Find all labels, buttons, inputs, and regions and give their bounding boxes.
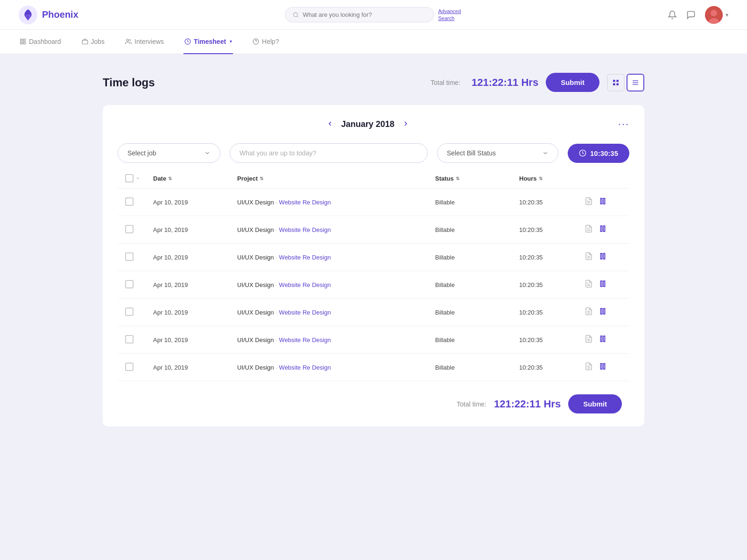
svg-rect-9 bbox=[82, 40, 88, 44]
project-name: UI/UX Design bbox=[237, 281, 274, 288]
phoenix-logo-icon bbox=[19, 6, 37, 24]
status-header-label: Status bbox=[435, 175, 454, 182]
notes-icon[interactable] bbox=[585, 335, 593, 345]
pause-icon[interactable] bbox=[599, 280, 607, 290]
submit-button-bottom[interactable]: Submit bbox=[568, 394, 622, 413]
notification-button[interactable] bbox=[668, 10, 677, 20]
search-input[interactable] bbox=[303, 11, 426, 18]
row-checkbox[interactable] bbox=[125, 197, 134, 206]
notes-icon[interactable] bbox=[585, 362, 593, 372]
row-checkbox[interactable] bbox=[125, 363, 134, 371]
select-all-checkbox[interactable] bbox=[125, 174, 134, 182]
header-right: Total time: 121:22:11 Hrs Submit bbox=[430, 73, 644, 92]
timer-button[interactable]: 10:30:35 bbox=[568, 144, 629, 163]
project-link[interactable]: Website Re Design bbox=[279, 254, 331, 261]
date-header[interactable]: Date ⇅ bbox=[153, 174, 237, 182]
row-project: UI/UX Design · Website Re Design bbox=[237, 364, 435, 371]
svg-rect-27 bbox=[601, 226, 602, 231]
hours-header[interactable]: Hours ⇅ bbox=[519, 174, 585, 182]
checkbox-chevron-icon bbox=[135, 176, 140, 181]
project-link[interactable]: Website Re Design bbox=[279, 364, 331, 371]
more-options-button[interactable]: ··· bbox=[618, 118, 629, 130]
svg-rect-43 bbox=[601, 336, 602, 342]
timer-value: 10:30:35 bbox=[590, 149, 618, 157]
row-checkbox[interactable] bbox=[125, 225, 134, 233]
logo-area: Phoenix bbox=[19, 6, 78, 24]
pause-icon[interactable] bbox=[599, 335, 607, 345]
row-checkbox[interactable] bbox=[125, 335, 134, 343]
project-name: UI/UX Design bbox=[237, 226, 274, 233]
list-view-button[interactable] bbox=[627, 74, 644, 91]
nav-item-dashboard[interactable]: Dashboard bbox=[19, 30, 62, 54]
nav-item-interviews[interactable]: Interviews bbox=[124, 30, 165, 54]
pause-icon[interactable] bbox=[599, 362, 607, 372]
advanced-search-link[interactable]: Advanced Search bbox=[438, 8, 461, 21]
pause-icon[interactable] bbox=[599, 252, 607, 262]
svg-rect-40 bbox=[604, 308, 605, 314]
search-box[interactable] bbox=[285, 7, 434, 22]
chat-button[interactable] bbox=[686, 10, 696, 20]
svg-point-1 bbox=[294, 13, 298, 17]
svg-point-10 bbox=[127, 39, 129, 41]
notes-icon[interactable] bbox=[585, 197, 593, 207]
svg-rect-35 bbox=[601, 281, 602, 287]
project-link[interactable]: Website Re Design bbox=[279, 309, 331, 316]
notes-icon[interactable] bbox=[585, 280, 593, 290]
avatar-chevron-icon[interactable]: ▾ bbox=[726, 12, 728, 18]
project-separator: · bbox=[275, 254, 279, 261]
table-body: Apr 10, 2019 UI/UX Design · Website Re D… bbox=[118, 189, 629, 381]
table-row: Apr 10, 2019 UI/UX Design · Website Re D… bbox=[118, 189, 629, 216]
pause-icon[interactable] bbox=[599, 197, 607, 207]
svg-rect-18 bbox=[633, 82, 638, 83]
table-row: Apr 10, 2019 UI/UX Design · Website Re D… bbox=[118, 354, 629, 381]
table-row: Apr 10, 2019 UI/UX Design · Website Re D… bbox=[118, 244, 629, 271]
status-header[interactable]: Status ⇅ bbox=[435, 174, 519, 182]
notes-icon[interactable] bbox=[585, 224, 593, 235]
row-status: Billable bbox=[435, 336, 519, 343]
list-icon bbox=[632, 79, 639, 86]
project-link[interactable]: Website Re Design bbox=[279, 199, 331, 206]
svg-rect-23 bbox=[601, 198, 602, 204]
svg-point-3 bbox=[711, 10, 717, 16]
select-bill-status-dropdown[interactable]: Select Bill Status bbox=[437, 143, 558, 163]
prev-month-button[interactable] bbox=[326, 120, 334, 129]
table-row: Apr 10, 2019 UI/UX Design · Website Re D… bbox=[118, 271, 629, 299]
activity-input[interactable] bbox=[230, 143, 428, 163]
user-area[interactable]: ▾ bbox=[705, 6, 728, 24]
notes-icon[interactable] bbox=[585, 307, 593, 317]
select-job-dropdown[interactable]: Select job bbox=[118, 143, 220, 163]
nav-item-help[interactable]: Help? bbox=[252, 30, 280, 54]
row-hours: 10:20:35 bbox=[519, 336, 585, 343]
row-actions bbox=[585, 280, 622, 290]
pause-icon[interactable] bbox=[599, 224, 607, 235]
row-checkbox[interactable] bbox=[125, 252, 134, 261]
project-link[interactable]: Website Re Design bbox=[279, 281, 331, 288]
grid-view-button[interactable] bbox=[607, 74, 625, 91]
view-toggle bbox=[607, 74, 644, 91]
notes-icon[interactable] bbox=[585, 252, 593, 262]
select-job-label: Select job bbox=[127, 149, 156, 157]
dots-icon: ··· bbox=[618, 118, 629, 130]
avatar[interactable] bbox=[705, 6, 723, 24]
notification-area[interactable] bbox=[668, 10, 677, 20]
project-link[interactable]: Website Re Design bbox=[279, 336, 331, 343]
row-status: Billable bbox=[435, 199, 519, 206]
pause-icon[interactable] bbox=[599, 307, 607, 317]
svg-rect-14 bbox=[616, 80, 619, 82]
nav-item-jobs[interactable]: Jobs bbox=[81, 30, 106, 54]
next-month-button[interactable] bbox=[402, 120, 409, 129]
svg-rect-16 bbox=[616, 83, 619, 85]
table-row: Apr 10, 2019 UI/UX Design · Website Re D… bbox=[118, 326, 629, 354]
row-project: UI/UX Design · Website Re Design bbox=[237, 281, 435, 288]
row-checkbox[interactable] bbox=[125, 280, 134, 288]
nav-item-timesheet[interactable]: Timesheet ▾ bbox=[183, 30, 233, 54]
chevron-right-icon bbox=[402, 120, 409, 127]
project-header[interactable]: Project ⇅ bbox=[237, 174, 435, 182]
status-sort-icon: ⇅ bbox=[456, 176, 459, 181]
project-link[interactable]: Website Re Design bbox=[279, 226, 331, 233]
row-project: UI/UX Design · Website Re Design bbox=[237, 199, 435, 206]
select-all-header[interactable] bbox=[125, 174, 153, 182]
nav-label-dashboard: Dashboard bbox=[29, 38, 61, 45]
row-checkbox[interactable] bbox=[125, 308, 134, 316]
submit-button-top[interactable]: Submit bbox=[546, 73, 599, 92]
